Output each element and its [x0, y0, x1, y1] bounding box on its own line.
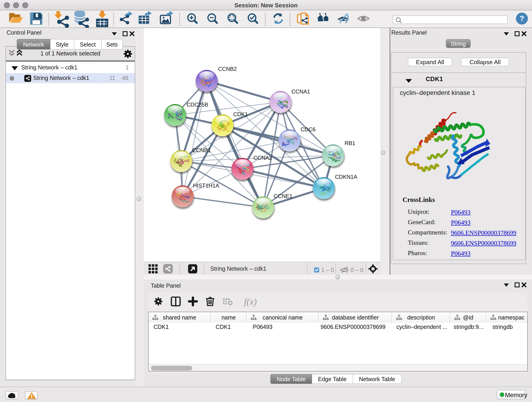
svg-text:CDK1: CDK1 [233, 111, 248, 117]
svg-text:String Network – cdk1: String Network – cdk1 [210, 265, 266, 272]
svg-text:?: ? [520, 14, 525, 23]
svg-text:0 – 0: 0 – 0 [351, 267, 363, 273]
svg-text:CDC25B: CDC25B [186, 102, 208, 108]
svg-text:CCNA2: CCNA2 [253, 155, 272, 161]
svg-text:CDC6: CDC6 [301, 126, 316, 133]
svg-text:HIST1H1A: HIST1H1A [193, 182, 219, 189]
svg-text:CDKN1A: CDKN1A [335, 174, 357, 180]
svg-text:CCNB2: CCNB2 [218, 66, 237, 72]
svg-text:RB1: RB1 [345, 140, 355, 146]
svg-text:CCNA1: CCNA1 [291, 89, 310, 95]
svg-text:f(x): f(x) [244, 297, 257, 307]
svg-text:1 – 0: 1 – 0 [321, 267, 334, 273]
svg-text:CCNB1: CCNB1 [192, 147, 211, 153]
svg-text:CCNE1: CCNE1 [274, 193, 292, 199]
